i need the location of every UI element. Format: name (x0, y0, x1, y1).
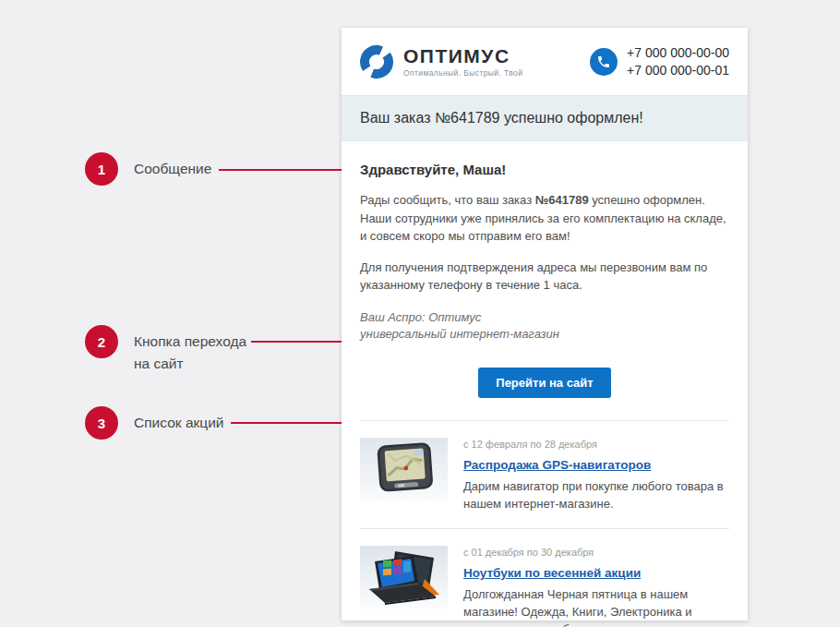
email-preview-panel: ОПТИМУС Оптимальный. Быстрый. Твой +7 00… (342, 28, 748, 621)
divider (360, 420, 729, 421)
annotation-1-line (219, 169, 349, 171)
phone-block: +7 000 000-00-00 +7 000 000-00-01 (590, 44, 729, 79)
laptop-image[interactable] (360, 546, 448, 609)
promo-1-date: с 12 февраля по 28 декабря (463, 439, 729, 450)
annotation-3-line (231, 422, 349, 424)
annotation-1-label: Сообщение (134, 158, 211, 180)
annotation-2-label-line1: Кнопка перехода (134, 331, 246, 353)
annotation-1-message: 1 Сообщение (85, 152, 211, 186)
email-signature: Ваш Аспро: Оптимус универсальный интерне… (360, 309, 729, 344)
message-paragraph-2: Для получения подтверждения адреса мы пе… (360, 259, 729, 295)
order-number: №641789 (535, 193, 589, 207)
go-to-site-button[interactable]: Перейти на сайт (478, 368, 610, 398)
greeting-text: Здравствуйте, Маша! (360, 162, 729, 177)
email-subject-bar: Ваш заказ №641789 успешно оформлен! (342, 95, 748, 141)
logo-swirl-icon (358, 43, 395, 80)
promo-2-date: с 01 декабря по 30 декабря (463, 547, 729, 558)
email-body: Здравствуйте, Маша! Рады сообщить, что в… (342, 141, 748, 627)
signature-line-1: Ваш Аспро: Оптимус (360, 309, 729, 327)
gps-navigator-image[interactable] (360, 438, 448, 500)
logo-name: ОПТИМУС (403, 46, 522, 66)
phone-number-1[interactable]: +7 000 000-00-00 (627, 44, 729, 62)
signature-line-2: универсальный интернет-магазин (360, 326, 729, 344)
promo-1-description: Дарим навигатор при покупке любого товар… (463, 478, 729, 513)
promo-item-laptops: с 01 декабря по 30 декабря Ноутбуки по в… (360, 546, 729, 627)
annotation-2-label-line2: на сайт (134, 353, 246, 375)
promo-1-title-link[interactable]: Распродажа GPS-навигаторов (463, 458, 651, 472)
phone-icon (590, 48, 618, 76)
logo-tagline: Оптимальный. Быстрый. Твой (403, 68, 522, 78)
phone-number-2[interactable]: +7 000 000-00-01 (627, 62, 729, 79)
paragraph-1-text: Рады сообщить, что ваш заказ (360, 193, 535, 207)
promo-item-gps: с 12 февраля по 28 декабря Распродажа GP… (360, 438, 729, 513)
annotation-3-promos: 3 Список акций (85, 406, 223, 440)
annotation-2-cta-button: 2 Кнопка перехода на сайт (85, 325, 246, 375)
message-paragraph-1: Рады сообщить, что ваш заказ №641789 усп… (360, 191, 729, 246)
divider (360, 528, 729, 529)
annotation-2-badge: 2 (85, 325, 118, 358)
annotation-1-badge: 1 (85, 152, 118, 186)
annotation-3-label: Список акций (134, 412, 223, 434)
promo-2-title-link[interactable]: Ноутбуки по весенней акции (463, 566, 641, 580)
promo-2-description: Долгожданная Черная пятница в нашем мага… (463, 586, 729, 627)
store-logo[interactable]: ОПТИМУС Оптимальный. Быстрый. Твой (358, 43, 522, 80)
email-header: ОПТИМУС Оптимальный. Быстрый. Твой +7 00… (342, 28, 748, 95)
annotation-3-badge: 3 (85, 406, 118, 440)
